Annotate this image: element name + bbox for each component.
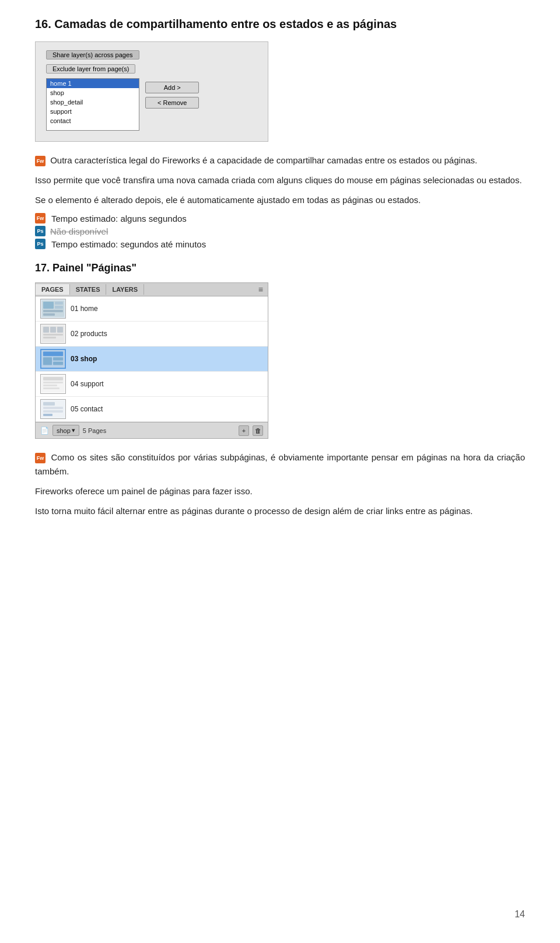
svg-rect-11 bbox=[43, 337, 56, 338]
footer-page-count: 5 Pages bbox=[83, 427, 106, 434]
svg-rect-10 bbox=[43, 334, 63, 336]
dialog-screenshot: Share layer(s) across pages Exclude laye… bbox=[35, 41, 268, 142]
page-number: 14 bbox=[514, 909, 525, 920]
chevron-down-icon: ▾ bbox=[72, 427, 75, 434]
page-thumb-home bbox=[40, 299, 66, 319]
delete-page-icon[interactable]: 🗑 bbox=[253, 425, 263, 436]
section-16-title: 16. Camadas de compartilhamento entre os… bbox=[35, 18, 525, 31]
fw-icon-3: Fw bbox=[35, 453, 46, 463]
list-item-contact[interactable]: contact bbox=[47, 116, 139, 125]
pages-list[interactable]: home 1 shop shop_detail support contact bbox=[46, 78, 139, 131]
ps-icon-2: Ps bbox=[35, 239, 46, 249]
share-layers-btn[interactable]: Share layer(s) across pages bbox=[46, 50, 139, 60]
svg-rect-26 bbox=[43, 414, 52, 416]
timing-ps-text: Tempo estimado: segundos até minutos bbox=[51, 239, 206, 249]
svg-rect-21 bbox=[43, 387, 60, 389]
page-row-home[interactable]: 01 home bbox=[36, 296, 268, 322]
ps-icon-1: Ps bbox=[35, 226, 46, 236]
panel-menu-icon[interactable]: ≡ bbox=[254, 283, 268, 296]
svg-rect-5 bbox=[43, 313, 55, 316]
pages-panel-screenshot: PAGES STATES LAYERS ≡ 01 home bbox=[35, 282, 268, 439]
tab-pages[interactable]: PAGES bbox=[36, 284, 70, 295]
page-label-home: 01 home bbox=[71, 305, 98, 313]
section17-para3: Isto torna muito fácil alternar entre as… bbox=[35, 504, 525, 518]
list-item-shop[interactable]: shop bbox=[47, 88, 139, 97]
svg-rect-19 bbox=[43, 382, 63, 383]
dialog-action-buttons: Add > < Remove bbox=[145, 82, 199, 109]
fw-icon-2: Fw bbox=[35, 213, 46, 223]
svg-rect-25 bbox=[43, 410, 63, 413]
list-item-home1[interactable]: home 1 bbox=[47, 79, 139, 88]
footer-page-selector[interactable]: shop ▾ bbox=[52, 425, 79, 436]
svg-rect-4 bbox=[43, 310, 63, 312]
new-page-icon[interactable]: + bbox=[239, 425, 249, 436]
panel-footer: 📄 shop ▾ 5 Pages + 🗑 bbox=[36, 422, 268, 438]
remove-button[interactable]: < Remove bbox=[145, 97, 199, 109]
section17-para2: Fireworks oferece um painel de páginas p… bbox=[35, 484, 525, 498]
section16-para3: Se o elemento é alterado depois, ele é a… bbox=[35, 193, 525, 207]
list-item-support[interactable]: support bbox=[47, 107, 139, 116]
page-row-contact[interactable]: 05 contact bbox=[36, 397, 268, 422]
svg-rect-15 bbox=[53, 357, 63, 361]
page-row-shop[interactable]: 03 shop bbox=[36, 347, 268, 372]
footer-action-icons: + 🗑 bbox=[239, 425, 263, 436]
page-thumb-contact bbox=[40, 399, 66, 419]
page-thumb-support bbox=[40, 374, 66, 394]
svg-rect-24 bbox=[43, 407, 63, 409]
svg-rect-20 bbox=[43, 385, 57, 386]
footer-page-name: shop bbox=[57, 427, 71, 434]
tab-states[interactable]: STATES bbox=[70, 284, 107, 295]
svg-rect-1 bbox=[43, 302, 54, 309]
svg-rect-23 bbox=[43, 402, 55, 406]
not-available-row: Ps Não disponível bbox=[35, 226, 525, 236]
timing-ps-row: Ps Tempo estimado: segundos até minutos bbox=[35, 239, 525, 249]
fw-icon-1: Fw bbox=[35, 156, 46, 166]
page-label-contact: 05 contact bbox=[71, 405, 103, 413]
section16-para1: Fw Outra característica legal do Firewor… bbox=[35, 153, 525, 167]
svg-rect-13 bbox=[43, 352, 63, 357]
svg-rect-9 bbox=[57, 327, 63, 333]
not-available-text: Não disponível bbox=[50, 226, 108, 236]
svg-rect-2 bbox=[55, 302, 63, 305]
page-label-products: 02 products bbox=[71, 330, 107, 338]
page-row-products[interactable]: 02 products bbox=[36, 322, 268, 347]
page-thumb-products bbox=[40, 324, 66, 344]
section16-para2: Isso permite que você transfira uma nova… bbox=[35, 173, 525, 187]
list-item-shop-detail[interactable]: shop_detail bbox=[47, 97, 139, 107]
svg-rect-14 bbox=[43, 357, 52, 365]
timing-fw-text: Tempo estimado: alguns segundos bbox=[51, 214, 187, 223]
tab-layers[interactable]: LAYERS bbox=[106, 284, 144, 295]
section-17-title: 17. Painel "Páginas" bbox=[35, 262, 525, 274]
svg-rect-18 bbox=[43, 377, 63, 380]
section17-para1: Fw Como os sites são constituídos por vá… bbox=[35, 450, 525, 479]
svg-rect-16 bbox=[53, 362, 63, 365]
page-thumb-shop bbox=[40, 349, 66, 369]
add-button[interactable]: Add > bbox=[145, 82, 199, 93]
page-label-support: 04 support bbox=[71, 380, 104, 388]
svg-rect-7 bbox=[43, 327, 49, 333]
page-label-shop: 03 shop bbox=[71, 355, 97, 363]
exclude-layer-btn[interactable]: Exclude layer from page(s) bbox=[46, 64, 135, 74]
pages-panel-body: 01 home 02 products bbox=[36, 296, 268, 422]
panel-tabs: PAGES STATES LAYERS ≡ bbox=[36, 283, 268, 296]
page-row-support[interactable]: 04 support bbox=[36, 372, 268, 397]
svg-rect-8 bbox=[50, 327, 56, 333]
footer-page-icon: 📄 bbox=[40, 427, 49, 435]
svg-rect-3 bbox=[55, 306, 63, 309]
timing-fw-row: Fw Tempo estimado: alguns segundos bbox=[35, 213, 525, 223]
